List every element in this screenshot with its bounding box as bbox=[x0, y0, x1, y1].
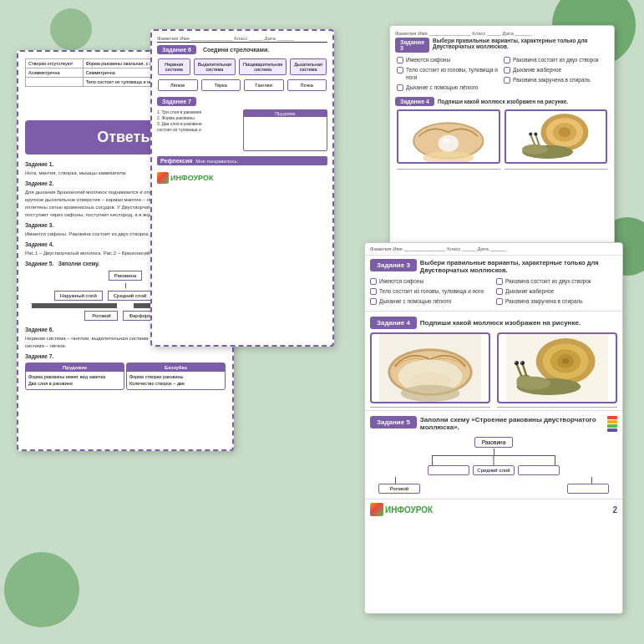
infourok-logo: ИНФОУРОК bbox=[157, 172, 327, 184]
checkbox-spiral[interactable] bbox=[504, 77, 510, 84]
checkboxes-section: Имеются сифоны Тело состоит из головы, т… bbox=[395, 56, 609, 94]
schema-top-row: Раковина bbox=[370, 437, 617, 448]
main-cb-lung-text: Дыхание с помощью лёгкого bbox=[379, 297, 451, 305]
svg-point-10 bbox=[522, 145, 548, 155]
schema-vline bbox=[494, 449, 494, 455]
task3-title: Выбери правильные варианты, характерные … bbox=[433, 38, 609, 49]
svg-point-8 bbox=[558, 128, 570, 138]
main-task3-badge: Задание 3 bbox=[370, 259, 417, 271]
main-option-lung-breath: Дыхание с помощью лёгкого bbox=[370, 297, 491, 305]
main-task3-title: Выбери правильные варианты, характерные … bbox=[420, 259, 617, 274]
bezruchka-body: Форма створки раковины Количество створо… bbox=[127, 372, 225, 389]
option-spiral: Раковина закручена в спираль bbox=[504, 76, 607, 84]
task3-row: Задание 3 Выбери правильные варианты, ха… bbox=[395, 38, 609, 53]
schema-level2: Средний слой bbox=[370, 465, 617, 475]
svg-point-13 bbox=[529, 133, 532, 136]
main-option-spiral: Раковина закручена в спираль bbox=[496, 297, 617, 305]
svg-point-14 bbox=[534, 133, 537, 136]
schema-level3: Роговой bbox=[370, 484, 617, 494]
checkbox-lung[interactable] bbox=[397, 84, 403, 91]
svg-point-29 bbox=[516, 375, 533, 387]
card-worksheet1: Фамилия Имя _______________ Класс _____ … bbox=[150, 29, 334, 347]
option-siphons: Имеются сифоны bbox=[397, 56, 500, 63]
table-cell bbox=[26, 78, 84, 87]
main-cb-siphons[interactable] bbox=[370, 278, 377, 285]
main-cb-head-text: Тело состоит из головы, туловища и ноги bbox=[379, 287, 484, 295]
option-siphons-text: Имеются сифоны bbox=[406, 56, 450, 63]
main-task5-row: Задание 5 Заполни схему «Строение ракови… bbox=[365, 413, 622, 435]
snail-svg bbox=[506, 111, 606, 162]
table-cell: Асимметрична bbox=[26, 68, 84, 78]
options-left: Имеются сифоны Тело состоит из головы, т… bbox=[397, 56, 500, 94]
mussel-svg bbox=[398, 111, 499, 162]
main-caption-lines bbox=[365, 407, 622, 408]
schema-l2-0: Наружный слой bbox=[54, 291, 103, 301]
prudovik-label: Прудовик bbox=[244, 110, 327, 117]
prudovik-content bbox=[244, 117, 327, 150]
main-snail-svg bbox=[499, 334, 616, 402]
organs-row: Лёгкое Тёрка Ганглии Почка bbox=[157, 79, 327, 92]
task7-left: 1. Три слоя в раковине 2. Форма раковины… bbox=[157, 109, 241, 151]
schema-l2-filled: Средний слой bbox=[473, 465, 515, 475]
color-stack bbox=[607, 416, 617, 432]
main-infourok-text: ИНФОУРОК bbox=[385, 505, 433, 515]
main-cb-head[interactable] bbox=[370, 288, 377, 295]
bezruchka-col: Беззубка Форма створки раковины Количест… bbox=[126, 363, 226, 390]
task7-badge: Задание 7 bbox=[157, 97, 196, 106]
caption-line-1 bbox=[397, 169, 500, 170]
schema-l2-empty2 bbox=[518, 465, 560, 475]
task4-images bbox=[395, 109, 609, 164]
main-options-right: Раковина состоит из двух створок Дыхание… bbox=[496, 277, 617, 307]
main-cb-spiral[interactable] bbox=[496, 298, 503, 305]
main-cb-lung[interactable] bbox=[370, 298, 377, 305]
ws1-header: Фамилия Имя _______________ Класс _____ … bbox=[157, 36, 327, 43]
schema-h-connector bbox=[370, 455, 617, 465]
organ-kidney: Почка bbox=[287, 79, 327, 91]
task4-badge: Задание 4 bbox=[395, 97, 434, 106]
snail-image bbox=[505, 109, 608, 164]
checkbox-head[interactable] bbox=[397, 67, 403, 74]
main-task4-title: Подпиши какой моллюск изображен на рисун… bbox=[420, 319, 581, 327]
page-number: 2 bbox=[612, 505, 617, 515]
caption-line-2 bbox=[505, 169, 608, 170]
checkbox-gills[interactable] bbox=[504, 67, 510, 74]
svg-point-35 bbox=[520, 362, 522, 363]
schema-l3-lines bbox=[370, 477, 617, 484]
task6-title: Соедини стрелочками. bbox=[203, 47, 269, 53]
main-cb-two-valves-text: Раковина состоит из двух створок bbox=[505, 277, 591, 285]
divider-1 bbox=[365, 311, 622, 312]
option-spiral-text: Раковина закручена в спираль bbox=[513, 76, 591, 84]
task6-row: Задание 6 Соедини стрелочками. bbox=[157, 45, 327, 54]
prudovik-box: Прудовик bbox=[243, 109, 328, 151]
main-footer: ИНФОУРОК 2 bbox=[365, 499, 622, 520]
schema-rakovine: Раковина bbox=[474, 437, 514, 448]
digestive-system: Пищеварительная система bbox=[239, 58, 287, 75]
divider-2 bbox=[365, 410, 622, 411]
infourok-text: ИНФОУРОК bbox=[170, 174, 213, 182]
main-cb-gills[interactable] bbox=[496, 288, 503, 295]
svg-point-4 bbox=[443, 139, 449, 144]
v-line-mid bbox=[494, 455, 494, 465]
main-options-left: Имеются сифоны Тело состоит из головы, т… bbox=[370, 277, 491, 307]
prudovik-col: Прудовик Форма раковины имеет вид завитк… bbox=[25, 363, 124, 390]
svg-point-3 bbox=[439, 135, 459, 152]
organ-ganglia: Ганглии bbox=[244, 79, 284, 91]
main-cb-siphons-text: Имеются сифоны bbox=[379, 277, 423, 285]
l3-vline-right bbox=[591, 477, 592, 484]
card-main: Фамилия Имя _______________ Класс _____ … bbox=[364, 242, 623, 614]
main-caption-line-1 bbox=[370, 407, 490, 408]
v-line-left bbox=[432, 455, 433, 465]
svg-line-12 bbox=[535, 135, 539, 145]
task6-badge: Задание 6 bbox=[157, 45, 196, 54]
main-task5-schema: Раковина Средний слой bbox=[365, 435, 622, 495]
reflection-badge: Рефлексия bbox=[160, 158, 192, 164]
caption-lines bbox=[395, 167, 609, 170]
main-cb-two-valves[interactable] bbox=[496, 278, 503, 285]
checkbox-two-valves[interactable] bbox=[504, 57, 510, 63]
prudovik-body: Форма раковины имеет вид завитка Два сло… bbox=[26, 372, 124, 389]
schema-l3-empty bbox=[567, 484, 609, 494]
svg-point-20 bbox=[401, 385, 460, 402]
checkbox-siphons[interactable] bbox=[397, 57, 403, 63]
header-name: Фамилия Имя _______________ Класс _____ … bbox=[370, 246, 507, 251]
task4-title: Подпиши какой моллюск изображен на рисун… bbox=[438, 99, 568, 104]
